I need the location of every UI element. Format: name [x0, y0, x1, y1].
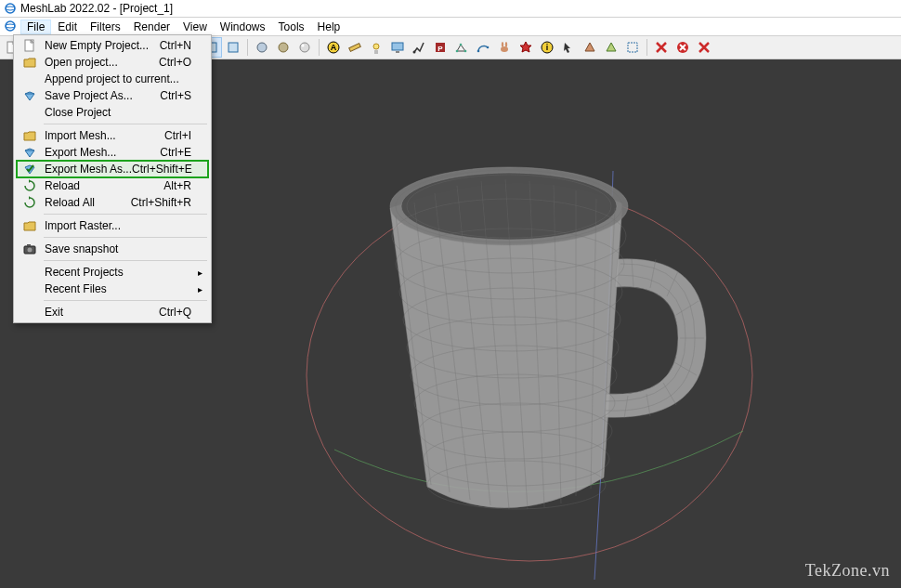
menu-item-shortcut: Ctrl+S — [160, 89, 191, 102]
menu-item-shortcut: Ctrl+Shift+R — [131, 196, 191, 209]
menu-item-open-project[interactable]: Open project...Ctrl+O — [17, 54, 208, 71]
menu-item-recent-projects[interactable]: Recent Projects▸ — [17, 264, 208, 281]
menu-item-label: Save Project As... — [39, 89, 160, 102]
toolbar-separator — [319, 39, 320, 56]
menu-item-shortcut: Ctrl+E — [160, 146, 191, 159]
svg-rect-25 — [392, 43, 403, 50]
svg-point-18 — [279, 43, 288, 52]
toolbar-separator — [646, 39, 647, 56]
info-icon[interactable]: i — [537, 37, 557, 58]
plugin-icon[interactable]: P — [430, 37, 450, 58]
menu-file[interactable]: File — [20, 20, 51, 34]
menu-item-reload-all[interactable]: Reload AllCtrl+Shift+R — [17, 194, 208, 211]
submenu-arrow-icon: ▸ — [198, 284, 202, 294]
menu-item-shortcut: Ctrl+Shift+E — [132, 163, 192, 176]
svg-point-44 — [401, 173, 617, 240]
menu-help[interactable]: Help — [311, 20, 347, 34]
menu-windows[interactable]: Windows — [214, 20, 272, 34]
render-1[interactable] — [252, 37, 272, 58]
svg-rect-40 — [628, 43, 637, 52]
svg-point-36 — [502, 42, 503, 47]
menu-item-save-project-as[interactable]: Save Project As...Ctrl+S — [17, 87, 208, 104]
menu-edit[interactable]: Edit — [51, 20, 84, 34]
smooth-icon[interactable] — [223, 37, 243, 58]
menu-item-label: Exit — [39, 306, 159, 319]
sel-icon[interactable] — [622, 37, 643, 58]
menu-item-export-mesh-as[interactable]: Export Mesh As...Ctrl+Shift+E — [17, 161, 208, 177]
screen-icon[interactable] — [387, 37, 408, 58]
badge-a[interactable]: A — [323, 37, 344, 58]
menu-item-label: Import Raster... — [39, 219, 191, 232]
blank-icon — [20, 281, 39, 296]
menu-separator — [44, 214, 207, 215]
svg-point-37 — [505, 42, 507, 47]
menu-item-append-project-to-current[interactable]: Append project to current... — [17, 71, 208, 87]
pick-icon[interactable] — [558, 37, 579, 58]
svg-rect-23 — [349, 44, 361, 52]
menu-item-label: Save snapshot — [39, 242, 191, 255]
menu-item-shortcut: Ctrl+O — [159, 56, 191, 69]
menu-filters[interactable]: Filters — [84, 20, 127, 34]
svg-rect-60 — [27, 244, 31, 246]
reload-icon — [20, 178, 39, 193]
menu-item-save-snapshot[interactable]: Save snapshot — [17, 241, 208, 257]
menu-item-export-mesh[interactable]: Export Mesh...Ctrl+E — [17, 144, 208, 161]
titlebar: MeshLab 2022.02 - [Project_1] — [0, 0, 901, 18]
svg-point-17 — [257, 43, 267, 52]
watermark-text: TekZone.vn — [805, 561, 890, 581]
star-icon[interactable] — [516, 37, 536, 58]
svg-point-34 — [487, 46, 490, 49]
menu-item-label: Reload All — [39, 196, 131, 209]
toolbar-separator — [247, 39, 248, 56]
menu-item-new-empty-project[interactable]: New Empty Project...Ctrl+N — [17, 37, 208, 54]
menu-item-exit[interactable]: ExitCtrl+Q — [17, 304, 208, 320]
tri-icon[interactable] — [580, 37, 600, 58]
svg-point-1 — [6, 7, 15, 10]
menu-item-label: Append project to current... — [39, 72, 191, 85]
brush-icon[interactable] — [409, 37, 429, 58]
svg-rect-16 — [229, 43, 238, 52]
app-icon-small — [4, 20, 19, 34]
menu-view[interactable]: View — [176, 20, 214, 34]
diamond-icon — [20, 145, 39, 160]
menu-item-import-mesh[interactable]: Import Mesh...Ctrl+I — [17, 127, 208, 144]
menubar: FileEditFiltersRenderViewWindowsToolsHel… — [0, 18, 901, 36]
window-title: MeshLab 2022.02 - [Project_1] — [20, 2, 173, 15]
del-2[interactable] — [672, 37, 693, 58]
menu-item-close-project[interactable]: Close Project — [17, 104, 208, 121]
bunny-icon[interactable] — [494, 37, 515, 58]
folder-icon — [20, 218, 39, 233]
measure-icon[interactable] — [345, 37, 365, 58]
menu-item-label: Export Mesh As... — [39, 163, 132, 176]
del-3[interactable] — [694, 37, 714, 58]
menu-item-label: Reload — [39, 179, 163, 192]
menu-item-recent-files[interactable]: Recent Files▸ — [17, 281, 208, 297]
arc-icon[interactable] — [473, 37, 493, 58]
diamond-icon — [20, 88, 39, 103]
menu-item-label: Recent Files — [39, 282, 191, 295]
menu-render[interactable]: Render — [127, 20, 176, 34]
blank-icon — [20, 305, 39, 320]
edge-icon[interactable] — [451, 37, 472, 58]
render-2[interactable] — [273, 37, 294, 58]
folder-icon — [20, 128, 39, 143]
svg-point-24 — [373, 44, 379, 49]
menu-item-import-raster[interactable]: Import Raster... — [17, 217, 208, 234]
menu-item-label: Close Project — [39, 106, 191, 119]
light-icon[interactable] — [366, 37, 386, 58]
tri2-icon[interactable] — [601, 37, 621, 58]
blank-icon — [20, 105, 39, 120]
folder-icon — [20, 55, 39, 70]
svg-text:i: i — [546, 43, 549, 52]
del-1[interactable] — [651, 37, 672, 58]
svg-rect-26 — [396, 51, 399, 53]
svg-point-32 — [464, 50, 467, 53]
menu-item-shortcut: Ctrl+Q — [159, 306, 191, 319]
app-icon — [4, 2, 17, 15]
menu-tools[interactable]: Tools — [272, 20, 311, 34]
render-3[interactable] — [294, 37, 315, 58]
menu-separator — [44, 237, 207, 238]
menu-item-label: Export Mesh... — [39, 146, 160, 159]
menu-item-reload[interactable]: ReloadAlt+R — [17, 177, 208, 194]
menu-item-label: Recent Projects — [39, 266, 191, 279]
